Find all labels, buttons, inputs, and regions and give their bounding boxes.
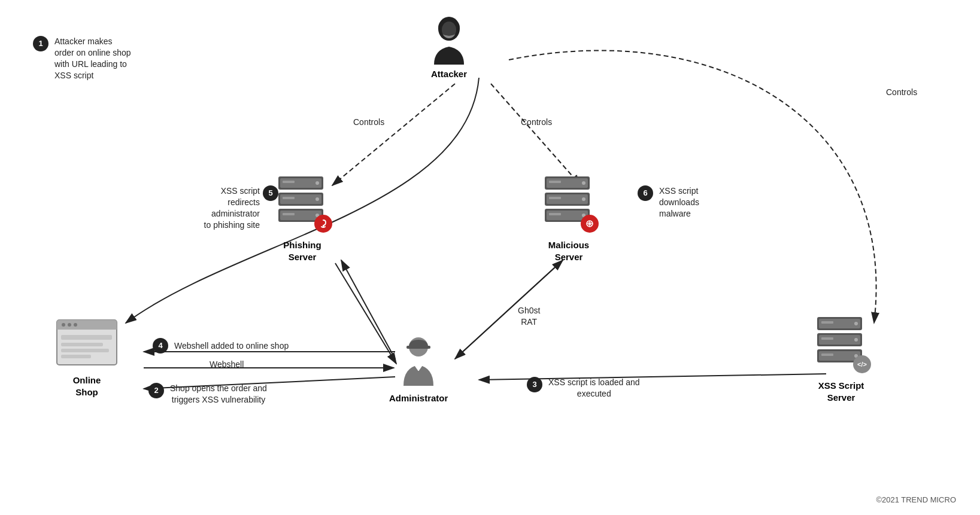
svg-point-61 [854, 338, 858, 342]
svg-line-9 [491, 84, 581, 185]
svg-line-4 [341, 260, 395, 359]
svg-rect-62 [821, 337, 833, 340]
svg-point-28 [582, 181, 585, 185]
step3-text: XSS script is loaded and executed [548, 377, 640, 400]
svg-rect-66 [821, 354, 833, 356]
svg-rect-58 [821, 321, 833, 324]
svg-rect-37 [549, 213, 561, 215]
step3-annotation: 3 XSS script is loaded and executed [527, 377, 706, 400]
controls-far-right-label: Controls [886, 87, 917, 98]
step6-text: XSS script downloads malware [659, 185, 699, 220]
svg-line-8 [332, 84, 455, 185]
online-shop-node: OnlineShop [54, 317, 120, 398]
step3-badge: 3 [527, 377, 542, 392]
svg-rect-33 [549, 197, 561, 199]
svg-rect-29 [549, 181, 561, 183]
copyright: ©2021 TREND MICRO [876, 495, 956, 504]
svg-rect-50 [61, 343, 103, 346]
svg-rect-25 [283, 213, 295, 215]
attacker-icon [425, 17, 473, 65]
online-shop-label: OnlineShop [73, 374, 101, 398]
svg-point-16 [315, 181, 319, 185]
step1-text: Attacker makes order on online shop with… [54, 36, 131, 81]
attacker-node: Attacker [425, 17, 473, 80]
svg-point-47 [68, 323, 71, 327]
step5-badge: 5 [263, 185, 278, 201]
step1-badge: 1 [33, 36, 48, 51]
svg-point-46 [62, 323, 65, 327]
svg-line-7 [456, 260, 563, 358]
controls-right-label: Controls [521, 117, 552, 128]
step2-badge: 2 [148, 383, 164, 398]
phishing-badge [314, 215, 332, 233]
svg-rect-21 [283, 197, 295, 199]
phishing-server-label: PhishingServer [283, 239, 321, 263]
svg-point-48 [74, 323, 77, 327]
administrator-label: Administrator [389, 392, 448, 404]
step2-text: Shop opens the order and triggers XSS vu… [170, 383, 267, 406]
svg-rect-52 [61, 355, 91, 358]
phishing-server-node: PhishingServer [275, 173, 329, 263]
svg-point-32 [582, 197, 585, 201]
svg-rect-51 [61, 349, 109, 352]
diagram-container: Attacker 1 Attacker makes order on onlin… [0, 0, 980, 515]
step4-badge: 4 [153, 338, 168, 354]
gh0st-rat-label: Gh0st RAT [518, 305, 540, 328]
svg-line-5 [335, 263, 396, 364]
step4-text: Webshell added to online shop [174, 340, 289, 352]
malicious-server-label: MaliciousServer [548, 239, 589, 263]
step6-annotation: 6 XSS script downloads malware [638, 185, 757, 220]
step2-annotation: 2 Shop opens the order and triggers XSS … [148, 383, 334, 406]
malicious-badge [581, 215, 599, 233]
xss-script-server-node: </> XSS ScriptServer [814, 314, 868, 403]
svg-rect-17 [283, 181, 295, 183]
step1-annotation: 1 Attacker makes order on online shop wi… [33, 36, 171, 81]
step5-annotation: XSS script redirects administrator to ph… [162, 185, 281, 231]
step6-badge: 6 [638, 185, 653, 201]
svg-line-6 [455, 260, 563, 359]
attacker-label: Attacker [431, 68, 467, 80]
xss-script-server-label: XSS ScriptServer [818, 380, 864, 403]
svg-rect-54 [406, 346, 430, 349]
webshell-label: Webshell [210, 359, 244, 370]
malicious-server-node: MaliciousServer [542, 173, 596, 263]
svg-point-57 [854, 322, 858, 325]
svg-rect-49 [61, 335, 112, 340]
controls-left-label: Controls [353, 117, 384, 128]
administrator-node: Administrator [389, 335, 448, 404]
step4-annotation: 4 Webshell added to online shop [153, 338, 289, 354]
svg-point-20 [315, 197, 319, 201]
step5-text: XSS script redirects administrator to ph… [204, 185, 260, 231]
svg-rect-45 [57, 326, 117, 330]
